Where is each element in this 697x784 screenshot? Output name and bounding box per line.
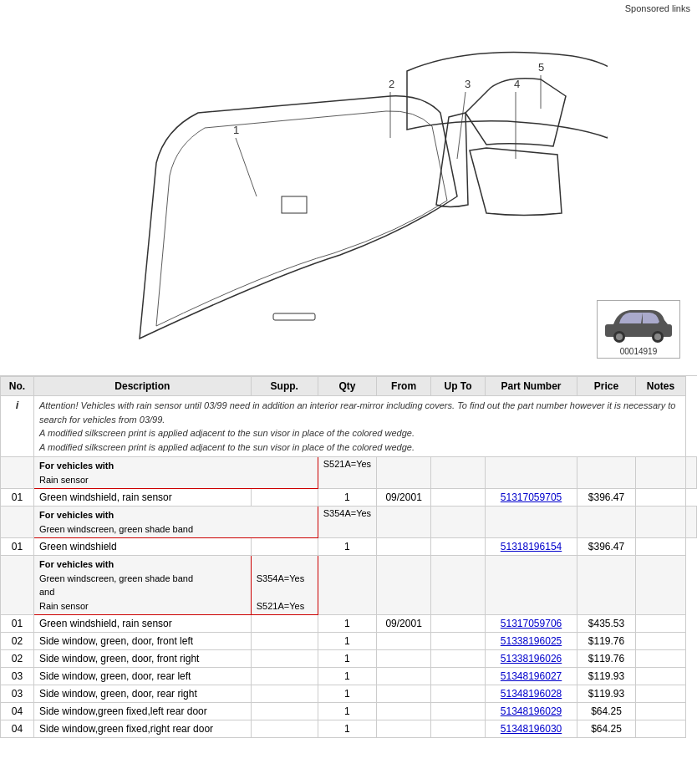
part-from (377, 650, 431, 668)
group-header-multi-price (577, 556, 636, 615)
col-header-supp: Supp. (251, 377, 318, 396)
part-number[interactable]: 51348196027 (486, 668, 577, 685)
group-header-upto (486, 507, 577, 538)
part-from (377, 668, 431, 685)
group-header-from (431, 457, 486, 489)
part-number[interactable]: 51348196028 (486, 685, 577, 703)
part-number-link[interactable]: 51348196028 (501, 688, 562, 700)
part-description: Green windshield, rain sensor (33, 489, 251, 507)
svg-rect-1 (273, 313, 315, 320)
thumbnail-id: 00014919 (620, 347, 658, 356)
part-number[interactable]: 51317059705 (486, 489, 577, 507)
label-1: 1 (233, 124, 239, 136)
table-row: 02 Side window, green, door, front right… (1, 650, 697, 668)
part-upto (431, 685, 486, 703)
part-supp (251, 615, 318, 633)
part-notes (635, 489, 685, 507)
col-header-description: Description (33, 377, 251, 396)
col-header-upto: Up To (431, 377, 486, 396)
part-number[interactable]: 51348196029 (486, 703, 577, 720)
group-header-multi-desc: For vehicles with Green windscreen, gree… (33, 556, 251, 615)
part-qty: 1 (318, 538, 376, 556)
col-header-from: From (377, 377, 431, 396)
group-header-supp: S354A=Yes (318, 507, 376, 538)
part-qty: 1 (318, 703, 376, 720)
part-no: 01 (1, 615, 34, 633)
part-notes (635, 633, 685, 650)
group-header-multi-row: For vehicles with Green windscreen, gree… (1, 556, 697, 615)
part-price: $64.25 (577, 703, 636, 720)
part-no: 01 (1, 489, 34, 507)
group-header-from (431, 507, 486, 538)
part-supp (251, 538, 318, 556)
part-from (377, 703, 431, 720)
part-number[interactable]: 51317059706 (486, 615, 577, 633)
table-row: 01 Green windshield, rain sensor 1 09/20… (1, 615, 697, 633)
part-price: $119.93 (577, 668, 636, 685)
label-4: 4 (514, 78, 520, 90)
group-header-multi-from (377, 556, 431, 615)
part-qty: 1 (318, 633, 376, 650)
diagram-svg: 1 2 3 4 5 (89, 29, 608, 364)
part-upto (431, 720, 486, 738)
part-supp (251, 633, 318, 650)
group-header-upto (486, 457, 577, 489)
part-qty: 1 (318, 668, 376, 685)
part-supp (251, 720, 318, 738)
group-header-price (635, 457, 685, 489)
label-5: 5 (538, 61, 544, 74)
part-number-link[interactable]: 51318196154 (501, 541, 562, 552)
part-supp (251, 685, 318, 703)
part-qty: 1 (318, 720, 376, 738)
part-qty: 1 (318, 615, 376, 633)
part-number-link[interactable]: 51317059706 (501, 618, 562, 629)
group-header-no (1, 457, 34, 489)
part-upto (431, 668, 486, 685)
part-qty: 1 (318, 650, 376, 668)
part-from: 09/2001 (377, 489, 431, 507)
part-description: Side window,green fixed,left rear door (33, 703, 251, 720)
table-row: 01 Green windshield 1 51318196154 $396.4… (1, 538, 697, 556)
part-number-link[interactable]: 51348196027 (501, 670, 562, 682)
part-notes (635, 703, 685, 720)
part-supp (251, 668, 318, 685)
col-header-notes: Notes (635, 377, 685, 396)
part-price: $119.93 (577, 685, 636, 703)
part-number[interactable]: 51338196026 (486, 650, 577, 668)
part-number-link[interactable]: 51338196025 (501, 635, 562, 647)
table-row: 04 Side window,green fixed,right rear do… (1, 720, 697, 738)
part-number-link[interactable]: 51348196029 (501, 705, 562, 717)
info-no: i (1, 396, 34, 457)
part-price: $396.47 (577, 489, 636, 507)
part-number-link[interactable]: 51338196026 (501, 653, 562, 664)
label-3: 3 (465, 78, 471, 90)
group-header-qty (377, 507, 431, 538)
part-number-link[interactable]: 51317059705 (501, 491, 562, 503)
part-description: Side window,green fixed,right rear door (33, 720, 251, 738)
part-upto (431, 489, 486, 507)
group-header-partno (577, 457, 636, 489)
part-price: $64.25 (577, 720, 636, 738)
part-supp (251, 703, 318, 720)
group-header-notes (686, 507, 697, 538)
table-row: 01 Green windshield, rain sensor 1 09/20… (1, 489, 697, 507)
group-header-partno (577, 507, 636, 538)
col-header-price: Price (577, 377, 636, 396)
table-row: 03 Side window, green, door, rear left 1… (1, 668, 697, 685)
thumbnail-svg (601, 303, 676, 345)
part-from (377, 720, 431, 738)
part-notes (635, 615, 685, 633)
part-number-link[interactable]: 51348196030 (501, 723, 562, 735)
part-upto (431, 538, 486, 556)
part-upto (431, 633, 486, 650)
part-number[interactable]: 51338196025 (486, 633, 577, 650)
col-header-qty: Qty (318, 377, 376, 396)
part-description: Side window, green, door, rear left (33, 668, 251, 685)
part-number[interactable]: 51318196154 (486, 538, 577, 556)
part-description: Green windshield, rain sensor (33, 615, 251, 633)
part-notes (635, 668, 685, 685)
part-description: Green windshield (33, 538, 251, 556)
part-description: Side window, green, door, front left (33, 633, 251, 650)
part-number[interactable]: 51348196030 (486, 720, 577, 738)
svg-line-4 (457, 92, 466, 159)
